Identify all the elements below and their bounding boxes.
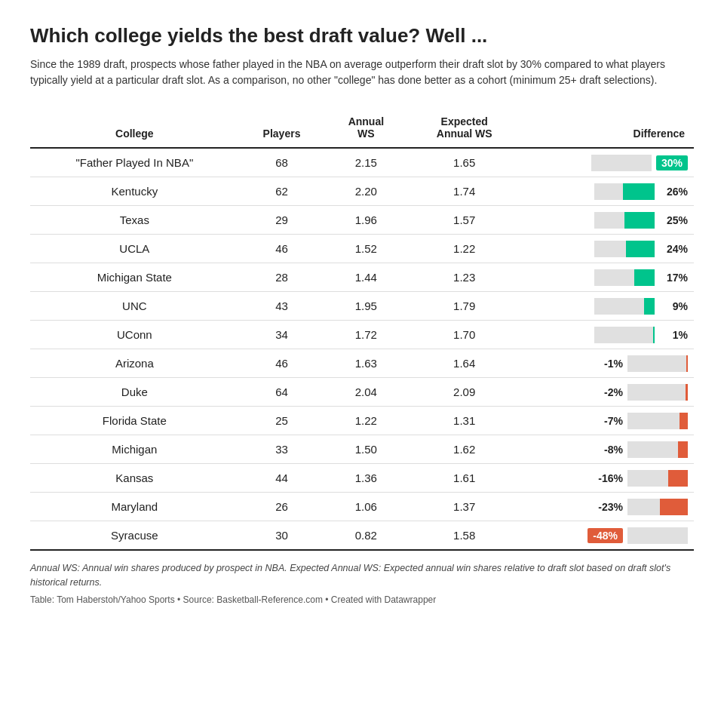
cell-players: 43 [239,292,325,321]
cell-difference: -8% [521,435,694,464]
cell-difference: 25% [521,206,694,235]
cell-difference: 30% [521,148,694,177]
table-row: "Father Played In NBA"682.151.6530% [30,148,694,177]
cell-expected-ws: 1.58 [407,521,521,551]
diff-label: -1% [594,358,623,370]
cell-college: Arizona [30,349,239,378]
cell-difference: 1% [521,321,694,349]
cell-expected-ws: 1.62 [407,435,521,464]
cell-players: 62 [239,177,325,206]
cell-difference: -2% [521,378,694,407]
cell-expected-ws: 1.22 [407,235,521,263]
table-row: Kentucky622.201.7426% [30,177,694,206]
cell-college: Duke [30,378,239,407]
diff-label: -2% [594,386,623,398]
cell-players: 29 [239,206,325,235]
table-row: Michigan331.501.62-8% [30,435,694,464]
diff-label: -16% [594,472,623,484]
page-title: Which college yields the best draft valu… [30,24,694,48]
diff-label: -8% [594,444,623,456]
table-row: UConn341.721.701% [30,321,694,349]
cell-annual-ws: 1.06 [324,493,407,521]
cell-players: 30 [239,521,325,551]
table-row: Maryland261.061.37-23% [30,493,694,521]
diff-label: 17% [659,272,688,284]
cell-expected-ws: 1.64 [407,349,521,378]
table-row: Texas291.961.5725% [30,206,694,235]
cell-difference: 24% [521,235,694,263]
cell-college: UCLA [30,235,239,263]
cell-annual-ws: 1.44 [324,263,407,292]
cell-annual-ws: 1.96 [324,206,407,235]
header-annual-ws: Annual WS [324,109,407,148]
cell-difference: 26% [521,177,694,206]
cell-college: Michigan [30,435,239,464]
header-college: College [30,109,239,148]
header-players: Players [239,109,325,148]
cell-expected-ws: 1.37 [407,493,521,521]
diff-label: 1% [659,329,688,341]
cell-expected-ws: 1.74 [407,177,521,206]
cell-difference: -7% [521,407,694,435]
cell-players: 68 [239,148,325,177]
table-header-row: College Players Annual WS Expected Annua… [30,109,694,148]
cell-annual-ws: 1.63 [324,349,407,378]
diff-label: 25% [659,214,688,226]
data-table: College Players Annual WS Expected Annua… [30,109,694,551]
diff-badge-negative: -48% [587,528,623,543]
cell-college: Kansas [30,464,239,493]
cell-annual-ws: 1.72 [324,321,407,349]
cell-college: Syracuse [30,521,239,551]
cell-expected-ws: 1.31 [407,407,521,435]
cell-annual-ws: 1.50 [324,435,407,464]
cell-players: 46 [239,349,325,378]
cell-college: "Father Played In NBA" [30,148,239,177]
cell-college: Maryland [30,493,239,521]
cell-expected-ws: 1.57 [407,206,521,235]
diff-label: 24% [659,243,688,255]
cell-difference: -23% [521,493,694,521]
cell-college: UConn [30,321,239,349]
cell-difference: 9% [521,292,694,321]
cell-annual-ws: 1.36 [324,464,407,493]
cell-college: UNC [30,292,239,321]
cell-players: 25 [239,407,325,435]
diff-label: 26% [659,186,688,198]
cell-difference: -1% [521,349,694,378]
cell-annual-ws: 1.95 [324,292,407,321]
cell-players: 26 [239,493,325,521]
cell-difference: -16% [521,464,694,493]
cell-players: 64 [239,378,325,407]
header-expected-ws: Expected Annual WS [407,109,521,148]
cell-college: Texas [30,206,239,235]
cell-annual-ws: 1.52 [324,235,407,263]
cell-college: Michigan State [30,263,239,292]
cell-annual-ws: 2.20 [324,177,407,206]
table-row: UCLA461.521.2224% [30,235,694,263]
cell-college: Kentucky [30,177,239,206]
cell-expected-ws: 1.79 [407,292,521,321]
header-difference: Difference [521,109,694,148]
cell-expected-ws: 1.23 [407,263,521,292]
cell-players: 28 [239,263,325,292]
footer-source: Table: Tom Haberstoh/Yahoo Sports • Sour… [30,594,694,605]
diff-badge-positive: 30% [656,155,688,170]
diff-label: 9% [659,300,688,312]
cell-expected-ws: 1.61 [407,464,521,493]
cell-difference: 17% [521,263,694,292]
cell-players: 33 [239,435,325,464]
table-row: Arizona461.631.64-1% [30,349,694,378]
table-row: Duke642.042.09-2% [30,378,694,407]
cell-college: Florida State [30,407,239,435]
footer-note: Annual WS: Annual win shares produced by… [30,561,679,590]
cell-players: 44 [239,464,325,493]
cell-expected-ws: 1.70 [407,321,521,349]
table-row: Florida State251.221.31-7% [30,407,694,435]
cell-annual-ws: 0.82 [324,521,407,551]
cell-expected-ws: 2.09 [407,378,521,407]
table-row: UNC431.951.799% [30,292,694,321]
diff-label: -7% [594,415,623,427]
diff-label: -23% [594,501,623,513]
cell-annual-ws: 2.15 [324,148,407,177]
cell-annual-ws: 1.22 [324,407,407,435]
